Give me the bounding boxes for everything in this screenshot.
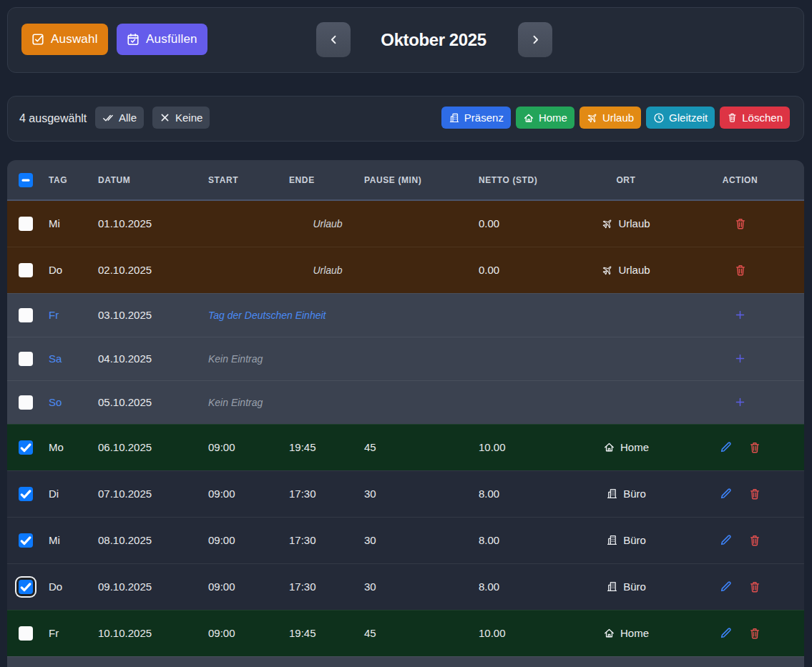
edit-entry-button[interactable] bbox=[719, 626, 733, 640]
select-none-label: Keine bbox=[175, 112, 202, 124]
day-cell: Do bbox=[37, 247, 87, 293]
netto-cell: 8.00 bbox=[467, 517, 576, 563]
ende-cell: 17:30 bbox=[278, 517, 353, 563]
previous-month-button[interactable] bbox=[316, 22, 351, 57]
delete-entry-button[interactable] bbox=[748, 441, 761, 454]
select-all-label: Alle bbox=[119, 112, 137, 124]
clock-icon bbox=[653, 112, 665, 124]
day-cell: Fr bbox=[37, 293, 87, 337]
day-cell: Mo bbox=[37, 424, 87, 470]
no-entry-note-cell: Kein Eintrag bbox=[197, 656, 576, 667]
time-entries-table-card: TAG DATUM START ENDE PAUSE (MIN) NETTO (… bbox=[7, 160, 804, 667]
selection-toolbar-card: 4 ausgewählt Alle Keine bbox=[7, 96, 804, 142]
ort-cell: Büro bbox=[576, 563, 676, 610]
table-row: Sa04.10.2025Kein Eintrag bbox=[7, 337, 804, 380]
ort-cell: Home bbox=[576, 424, 676, 470]
next-month-button[interactable] bbox=[518, 22, 552, 57]
row-checkbox-cell bbox=[7, 424, 37, 470]
pencil-icon bbox=[719, 580, 733, 593]
ausfuellen-button-label: Ausfüllen bbox=[146, 32, 197, 46]
loeschen-label: Löschen bbox=[742, 112, 783, 124]
ausfuellen-button[interactable]: Ausfüllen bbox=[117, 24, 207, 55]
auswahl-button[interactable]: Auswahl bbox=[21, 24, 108, 55]
row-checkbox[interactable] bbox=[19, 308, 33, 322]
row-checkbox[interactable] bbox=[19, 263, 33, 277]
delete-entry-button[interactable] bbox=[748, 580, 761, 593]
delete-entry-button[interactable] bbox=[734, 217, 747, 230]
edit-entry-button[interactable] bbox=[719, 440, 733, 454]
delete-entry-button[interactable] bbox=[748, 627, 761, 640]
select-all-button[interactable]: Alle bbox=[95, 107, 144, 129]
ort-label: Büro bbox=[623, 534, 646, 546]
action-cell bbox=[676, 200, 804, 247]
table-row: Do02.10.2025Urlaub0.00Urlaub bbox=[7, 247, 804, 293]
row-checkbox[interactable] bbox=[19, 487, 33, 501]
day-cell: So bbox=[37, 380, 87, 424]
plus-icon bbox=[735, 353, 745, 364]
table-row: Mo06.10.202509:0019:454510.00Home bbox=[7, 424, 804, 470]
add-entry-button[interactable] bbox=[735, 353, 745, 364]
column-header-tag: TAG bbox=[37, 160, 87, 200]
edit-entry-button[interactable] bbox=[719, 580, 733, 593]
building-icon bbox=[606, 534, 618, 546]
add-entry-button[interactable] bbox=[735, 397, 745, 407]
date-cell: 07.10.2025 bbox=[87, 470, 197, 517]
home-button[interactable]: Home bbox=[516, 107, 574, 129]
row-checkbox[interactable] bbox=[19, 440, 33, 455]
netto-cell: 0.00 bbox=[467, 200, 576, 247]
urlaub-button[interactable]: Urlaub bbox=[579, 107, 641, 129]
row-checkbox[interactable] bbox=[19, 352, 33, 366]
select-none-button[interactable]: Keine bbox=[152, 107, 210, 129]
action-cell bbox=[676, 380, 804, 424]
praesenz-button[interactable]: Präsenz bbox=[441, 107, 511, 129]
auswahl-button-label: Auswahl bbox=[51, 32, 98, 46]
select-all-checkbox[interactable] bbox=[19, 173, 33, 187]
month-title: Oktober 2025 bbox=[381, 30, 486, 50]
row-checkbox[interactable] bbox=[19, 217, 33, 231]
ort-label: Home bbox=[620, 627, 649, 639]
table-row: Do09.10.202509:0017:30308.00Büro bbox=[7, 563, 804, 610]
home-label: Home bbox=[539, 112, 567, 124]
double-check-icon bbox=[102, 112, 114, 124]
date-cell: 10.10.2025 bbox=[87, 610, 197, 656]
edit-entry-button[interactable] bbox=[719, 487, 733, 500]
row-checkbox[interactable] bbox=[19, 533, 33, 548]
date-cell: 06.10.2025 bbox=[87, 424, 197, 470]
row-checkbox[interactable] bbox=[19, 395, 33, 410]
column-header-action: ACTION bbox=[676, 160, 804, 200]
pencil-icon bbox=[719, 533, 733, 547]
action-cell bbox=[676, 293, 804, 337]
action-cell bbox=[676, 424, 804, 470]
date-cell: 09.10.2025 bbox=[87, 563, 197, 610]
building-icon bbox=[606, 488, 618, 500]
ende-cell: 19:45 bbox=[278, 424, 353, 470]
action-cell bbox=[676, 563, 804, 610]
ort-label: Home bbox=[620, 441, 649, 453]
day-cell: Sa bbox=[37, 337, 87, 380]
delete-entry-button[interactable] bbox=[748, 534, 761, 547]
day-cell: Do bbox=[37, 563, 87, 610]
edit-entry-button[interactable] bbox=[719, 533, 733, 547]
date-cell: 02.10.2025 bbox=[87, 247, 197, 293]
start-cell: 09:00 bbox=[197, 610, 278, 656]
delete-entry-button[interactable] bbox=[734, 264, 747, 277]
row-checkbox[interactable] bbox=[19, 626, 33, 641]
delete-entry-button[interactable] bbox=[748, 488, 761, 500]
loeschen-button[interactable]: Löschen bbox=[720, 107, 790, 129]
trash-icon bbox=[734, 217, 747, 230]
vacation-note-cell: Urlaub bbox=[197, 247, 467, 293]
date-cell: 11.10.2025 bbox=[87, 656, 197, 667]
table-row: Fr10.10.202509:0019:454510.00Home bbox=[7, 610, 804, 656]
table-row: So05.10.2025Kein Eintrag bbox=[7, 380, 804, 424]
ort-cell: Home bbox=[576, 610, 676, 656]
netto-cell: 10.00 bbox=[467, 610, 576, 656]
ort-cell: Büro bbox=[576, 517, 676, 563]
day-cell: Mi bbox=[37, 200, 87, 247]
house-icon bbox=[523, 112, 534, 124]
ort-cell: Urlaub bbox=[576, 247, 676, 293]
add-entry-button[interactable] bbox=[735, 310, 745, 320]
column-header-netto: NETTO (STD) bbox=[467, 160, 576, 200]
row-checkbox[interactable] bbox=[19, 580, 33, 594]
gleitzeit-button[interactable]: Gleitzeit bbox=[646, 107, 715, 129]
house-icon bbox=[603, 627, 615, 639]
